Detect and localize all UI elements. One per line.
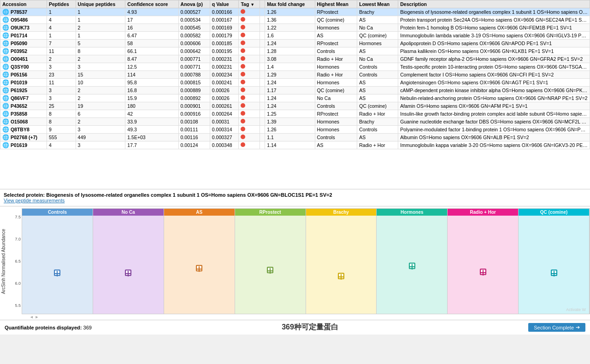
table-row[interactable]: 🌐 O95486 4 1 17 0.000534 0.000167 1.36 Q… <box>0 16 590 24</box>
cell-qvalue: 0.000167 <box>210 16 239 24</box>
globe-icon: 🌐 <box>2 134 9 141</box>
cell-peptides: 3 <box>47 63 76 71</box>
cell-maxfold: 1.24 <box>265 40 315 47</box>
cell-qvalue: 0.000261 <box>210 102 239 110</box>
table-row[interactable]: 🌐 Q3SY00 3 3 12.5 0.000771 0.000231 1.4 … <box>0 63 590 71</box>
table-row[interactable]: 🌐 P61925 3 2 16.8 0.000889 0.00026 1.17 … <box>0 87 590 94</box>
cell-description: Plasma kallikrein OS=Homo sapiens OX=960… <box>398 47 590 55</box>
col-anova[interactable]: Anova (p) <box>178 0 210 8</box>
cell-anova: 0.000892 <box>178 94 210 102</box>
col-highest[interactable]: Highest Mean <box>315 0 357 8</box>
col-qvalue[interactable]: q Value <box>210 0 239 8</box>
cell-qvalue: 0.000185 <box>210 40 239 47</box>
table-row[interactable]: 🌐 P01619 4 3 17.7 0.00124 0.000348 1.14 … <box>0 141 590 149</box>
cell-highest: QC (comine) <box>315 16 357 24</box>
cell-tag <box>239 141 260 149</box>
table-row[interactable]: 🌐 P02768 (+7) 555 449 1.5E+03 0.00116 0.… <box>0 134 590 141</box>
cell-description: Guanine nucleotide exchange factor DBS O… <box>398 118 590 126</box>
cell-qvalue: 0.000231 <box>210 55 239 63</box>
cell-peptides: 4 <box>47 16 76 24</box>
table-wrapper[interactable]: Accession Peptides Unique peptides Confi… <box>0 0 590 189</box>
cell-maxfold: 1.22 <box>265 24 315 32</box>
cell-maxfold: 1.24 <box>265 102 315 110</box>
col-confidence[interactable]: Confidence score <box>125 0 178 8</box>
cell-peptides: 3 <box>47 94 76 102</box>
section-complete-button[interactable]: Section Complete ➔ <box>528 323 585 332</box>
table-row[interactable]: 🌐 P78537 1 1 4.93 0.000527 0.000166 1.26… <box>0 8 590 16</box>
cell-tag <box>239 63 260 71</box>
red-dot-icon <box>241 72 245 76</box>
col-accession[interactable]: Accession <box>0 0 47 8</box>
table-row[interactable]: 🌐 P05090 7 5 58 0.000606 0.000185 1.24 R… <box>0 40 590 47</box>
cell-spacer <box>260 118 265 126</box>
cell-accession: 🌐 P35858 <box>0 110 47 118</box>
group-header-label: QC (comine) <box>519 209 589 216</box>
red-dot-icon <box>241 80 245 84</box>
red-dot-icon <box>241 56 245 61</box>
table-row[interactable]: 🌐 O15068 8 2 33.9 0.00108 0.00031 1.39 H… <box>0 118 590 126</box>
table-row[interactable]: 🌐 Q8TBY8 9 3 49.3 0.00111 0.000314 1.26 … <box>0 126 590 134</box>
chart-group-brachy: Brachy <box>306 209 377 314</box>
cell-peptides: 23 <box>47 71 76 79</box>
cell-accession: 🌐 P05156 <box>0 71 47 79</box>
col-description[interactable]: Description <box>398 0 590 8</box>
col-maxfold[interactable]: Max fold change <box>265 0 315 8</box>
table-row[interactable]: 🌐 P05156 23 15 114 0.000788 0.000234 1.2… <box>0 71 590 79</box>
table-row[interactable]: 🌐 P01019 11 10 95.8 0.000815 0.000241 1.… <box>0 79 590 87</box>
cell-highest: RProstect <box>315 40 357 47</box>
table-row[interactable]: 🌐 P03952 11 8 66.1 0.000642 0.000195 1.2… <box>0 47 590 55</box>
view-peptide-link[interactable]: View peptide measurements <box>4 198 65 203</box>
red-dot-icon <box>241 88 245 92</box>
cell-tag <box>239 79 260 87</box>
red-dot-icon <box>241 48 245 53</box>
table-row[interactable]: 🌐 P43652 25 19 180 0.000901 0.000261 1.2… <box>0 102 590 110</box>
col-unique-peptides[interactable]: Unique peptides <box>76 0 125 8</box>
group-body <box>93 216 164 314</box>
y-tick: 6.5 <box>15 259 21 264</box>
selected-protein-panel: Selected protein: Biogenesis of lysosome… <box>0 189 590 206</box>
cell-spacer <box>260 55 265 63</box>
cell-anova: 0.000545 <box>178 24 210 32</box>
col-tag[interactable]: Tag ▼ <box>239 0 260 8</box>
table-row[interactable]: 🌐 P01714 1 1 6.47 0.000582 0.000179 1.6 … <box>0 32 590 40</box>
cell-peptides: 8 <box>47 110 76 118</box>
cell-highest: No Ca <box>315 94 357 102</box>
cell-tag <box>239 71 260 79</box>
table-row[interactable]: 🌐 O9UK73 4 2 16 0.000545 0.000169 1.22 H… <box>0 24 590 32</box>
red-dot-icon <box>241 135 245 139</box>
table-row[interactable]: 🌐 O00451 2 2 8.47 0.000771 0.000231 3.08… <box>0 55 590 63</box>
cell-accession: 🌐 P03952 <box>0 47 47 55</box>
y-axis-label: ArcSinh Normalised Abundance <box>0 208 8 314</box>
table-row[interactable]: 🌐 Q86VF7 3 2 15.9 0.000892 0.00026 1.24 … <box>0 94 590 102</box>
cell-highest: Radio + Hor <box>315 71 357 79</box>
col-lowest[interactable]: Lowest Mean <box>357 0 398 8</box>
cell-description: Afamin OS=Homo sapiens OX=9606 GN=AFM PE… <box>398 102 590 110</box>
cell-description: Protein fem-1 homolog B OS=Homo sapiens … <box>398 24 590 32</box>
cell-unique: 2 <box>76 94 125 102</box>
cell-maxfold: 1.17 <box>265 87 315 94</box>
group-body <box>22 216 93 314</box>
group-header-label: Brachy <box>306 209 377 216</box>
col-peptides[interactable]: Peptides <box>47 0 76 8</box>
cell-confidence: 95.8 <box>125 79 178 87</box>
cell-description: Complement factor I OS=Homo sapiens OX=9… <box>398 71 590 79</box>
cell-lowest: AS <box>357 134 398 141</box>
cell-confidence: 15.9 <box>125 94 178 102</box>
cell-spacer <box>260 47 265 55</box>
red-dot-icon <box>241 142 245 147</box>
globe-icon: 🌐 <box>2 95 9 101</box>
cell-spacer <box>260 126 265 134</box>
cell-unique: 2 <box>76 55 125 63</box>
globe-icon: 🌐 <box>2 111 9 117</box>
cell-accession: 🌐 O9UK73 <box>0 24 47 32</box>
group-body <box>235 216 306 314</box>
group-body <box>448 216 518 314</box>
data-point-marker <box>338 273 344 281</box>
table-row[interactable]: 🌐 P35858 8 6 42 0.000916 0.000264 1.25 R… <box>0 110 590 118</box>
cell-anova: 0.000527 <box>178 8 210 16</box>
cell-unique: 6 <box>76 110 125 118</box>
cell-description: Insulin-like growth factor-binding prote… <box>398 110 590 118</box>
data-point-marker <box>551 270 557 278</box>
cell-lowest: Brachy <box>357 118 398 126</box>
cell-confidence: 17 <box>125 16 178 24</box>
